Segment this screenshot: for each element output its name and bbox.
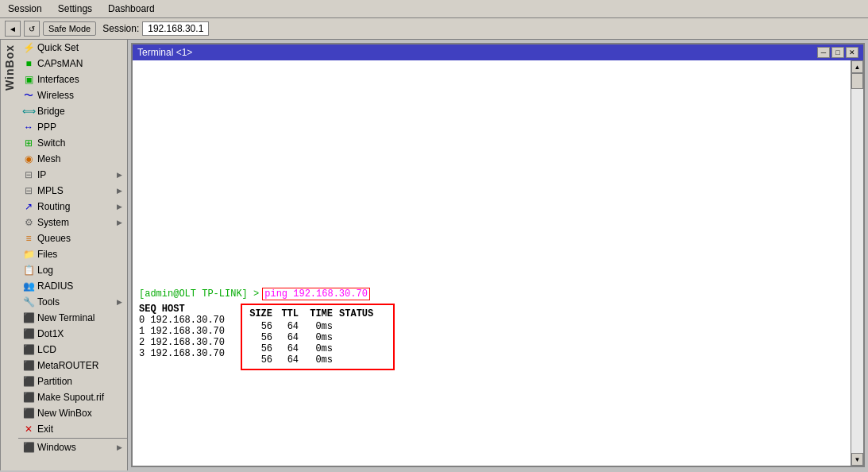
stats-ttl-header: TTL bbox=[279, 308, 299, 319]
dot1x-icon: ⬛ bbox=[23, 328, 34, 339]
partition-label: Partition bbox=[37, 376, 72, 387]
sidebar-item-log[interactable]: 📋Log bbox=[18, 262, 127, 278]
sidebar-item-windows[interactable]: ⬛ Windows ▶ bbox=[18, 439, 127, 455]
tools-icon: 🔧 bbox=[23, 296, 34, 308]
sidebar-item-make-supout[interactable]: ⬛Make Supout.rif bbox=[18, 389, 127, 405]
stats-row-0-status bbox=[339, 321, 387, 332]
wireless-label: Wireless bbox=[37, 90, 74, 101]
system-label: System bbox=[37, 217, 69, 228]
scrollbar-thumb[interactable] bbox=[851, 73, 863, 89]
sidebar-item-queues[interactable]: ≡Queues bbox=[18, 230, 127, 246]
terminal-maximize-button[interactable]: □ bbox=[831, 47, 844, 58]
sidebar-item-switch[interactable]: ⊞Switch bbox=[18, 135, 127, 151]
terminal-titlebar: Terminal <1> ─ □ ✕ bbox=[133, 44, 863, 60]
prompt-line: [admin@OLT TP-LINK] > ping 192.168.30.70 bbox=[139, 288, 844, 300]
routing-arrow: ▶ bbox=[117, 203, 122, 211]
stats-row-2-size: 56 bbox=[249, 343, 272, 354]
stats-row-1: 56 64 0ms bbox=[249, 332, 387, 343]
tools-arrow: ▶ bbox=[117, 298, 122, 306]
bridge-label: Bridge bbox=[37, 106, 65, 117]
main-layout: WinBox ⚡Quick Set■CAPsMAN▣Interfaces〜Wir… bbox=[0, 40, 868, 470]
sidebar-windows-label: Windows bbox=[37, 442, 76, 453]
menu-dashboard[interactable]: Dashboard bbox=[103, 2, 160, 16]
stats-row-2-ttl: 64 bbox=[279, 343, 299, 354]
back-button[interactable]: ◄ bbox=[5, 21, 21, 37]
refresh-button[interactable]: ↺ bbox=[24, 21, 40, 37]
sidebar-item-bridge[interactable]: ⟺Bridge bbox=[18, 103, 127, 119]
terminal-close-button[interactable]: ✕ bbox=[846, 47, 858, 58]
scrollbar-up-button[interactable]: ▲ bbox=[851, 60, 863, 73]
mesh-icon: ◉ bbox=[23, 153, 34, 164]
mpls-label: MPLS bbox=[37, 185, 64, 196]
terminal-content[interactable]: [admin@OLT TP-LINK] > ping 192.168.30.70… bbox=[133, 60, 851, 466]
mpls-icon: ⊟ bbox=[23, 185, 34, 196]
system-arrow: ▶ bbox=[117, 219, 122, 226]
sidebar-item-lcd[interactable]: ⬛LCD bbox=[18, 342, 127, 358]
scrollbar-down-button[interactable]: ▼ bbox=[851, 453, 863, 466]
sidebar-item-ppp[interactable]: ↔PPP bbox=[18, 119, 127, 135]
stats-row-2-time: 0ms bbox=[305, 343, 333, 354]
terminal-minimize-button[interactable]: ─ bbox=[817, 47, 830, 58]
files-label: Files bbox=[37, 249, 57, 260]
sidebar-item-ip[interactable]: ⊟IP▶ bbox=[18, 167, 127, 183]
stats-row-0: 56 64 0ms bbox=[249, 321, 387, 332]
stats-row-3-status bbox=[339, 354, 387, 366]
files-icon: 📁 bbox=[23, 249, 34, 260]
sidebar-item-metarouter[interactable]: ⬛MetaROUTER bbox=[18, 358, 127, 373]
bridge-icon: ⟺ bbox=[23, 106, 34, 117]
sidebar-item-radius[interactable]: 👥RADIUS bbox=[18, 278, 127, 294]
lcd-icon: ⬛ bbox=[23, 344, 34, 355]
sidebar-item-mpls[interactable]: ⊟MPLS▶ bbox=[18, 183, 127, 199]
ping-results: SEQ HOST 0 192.168.30.70 1 192.168.30.70… bbox=[139, 304, 844, 370]
command-text: ping 192.168.30.70 bbox=[262, 288, 370, 300]
sidebar-item-files[interactable]: 📁Files bbox=[18, 246, 127, 262]
sidebar-item-interfaces[interactable]: ▣Interfaces bbox=[18, 72, 127, 87]
sidebar-item-system[interactable]: ⚙System▶ bbox=[18, 215, 127, 230]
stats-header: SIZE TTL TIME STATUS bbox=[249, 308, 387, 319]
sidebar-item-new-winbox[interactable]: ⬛New WinBox bbox=[18, 405, 127, 421]
sidebar-item-quick-set[interactable]: ⚡Quick Set bbox=[18, 40, 127, 56]
terminal-body: [admin@OLT TP-LINK] > ping 192.168.30.70… bbox=[133, 60, 851, 375]
system-icon: ⚙ bbox=[23, 217, 34, 228]
seq-row-1: 1 192.168.30.70 bbox=[139, 326, 225, 337]
quick-set-label: Quick Set bbox=[37, 42, 79, 53]
sidebar-item-tools[interactable]: 🔧Tools▶ bbox=[18, 294, 127, 310]
stats-time-header: TIME bbox=[305, 308, 333, 319]
terminal-scrollbar: ▲ ▼ bbox=[851, 60, 863, 466]
sidebar-item-wireless[interactable]: 〜Wireless bbox=[18, 87, 127, 103]
exit-label: Exit bbox=[37, 424, 53, 435]
sidebar-item-mesh[interactable]: ◉Mesh bbox=[18, 151, 127, 167]
sidebar-item-dot1x[interactable]: ⬛Dot1X bbox=[18, 326, 127, 342]
sidebar-item-exit[interactable]: ✕Exit bbox=[18, 421, 127, 437]
sidebar-item-partition[interactable]: ⬛Partition bbox=[18, 373, 127, 389]
terminal-title: Terminal <1> bbox=[137, 47, 192, 58]
stats-row-0-ttl: 64 bbox=[279, 321, 299, 332]
new-winbox-icon: ⬛ bbox=[23, 408, 34, 419]
new-terminal-label: New Terminal bbox=[37, 312, 95, 323]
wireless-icon: 〜 bbox=[23, 90, 34, 101]
menu-session[interactable]: Session bbox=[3, 2, 47, 16]
terminal-window: Terminal <1> ─ □ ✕ [admin@OLT TP-LINK] >… bbox=[131, 43, 865, 467]
stats-row-0-time: 0ms bbox=[305, 321, 333, 332]
sidebar-item-capsman[interactable]: ■CAPsMAN bbox=[18, 56, 127, 72]
sidebar-outer: WinBox ⚡Quick Set■CAPsMAN▣Interfaces〜Wir… bbox=[0, 40, 128, 470]
stats-row-2: 56 64 0ms bbox=[249, 343, 387, 354]
menu-settings[interactable]: Settings bbox=[53, 2, 97, 16]
make-supout-label: Make Supout.rif bbox=[37, 392, 104, 403]
switch-icon: ⊞ bbox=[23, 137, 34, 149]
lcd-label: LCD bbox=[37, 344, 56, 355]
tools-label: Tools bbox=[37, 296, 60, 308]
ip-arrow: ▶ bbox=[117, 171, 122, 179]
mpls-arrow: ▶ bbox=[117, 187, 122, 195]
interfaces-label: Interfaces bbox=[37, 74, 79, 85]
sidebar-item-routing[interactable]: ↗Routing▶ bbox=[18, 199, 127, 215]
sidebar-item-new-terminal[interactable]: ⬛New Terminal bbox=[18, 310, 127, 326]
terminal-scroll-area: [admin@OLT TP-LINK] > ping 192.168.30.70… bbox=[133, 60, 863, 466]
stats-row-1-time: 0ms bbox=[305, 332, 333, 343]
menubar: Session Settings Dashboard bbox=[0, 0, 868, 18]
ip-label: IP bbox=[37, 169, 46, 180]
stats-row-3: 56 64 0ms bbox=[249, 354, 387, 366]
safemode-button[interactable]: Safe Mode bbox=[43, 21, 96, 36]
stats-size-header: SIZE bbox=[249, 308, 272, 319]
stats-row-3-time: 0ms bbox=[305, 354, 333, 366]
